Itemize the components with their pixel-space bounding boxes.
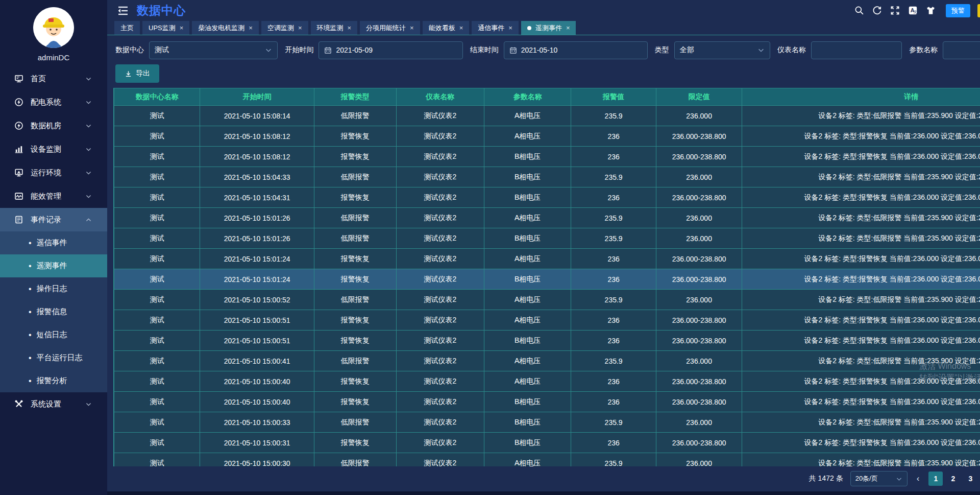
tab-7[interactable]: 通信事件× xyxy=(472,21,519,35)
param-name-input[interactable] xyxy=(948,46,980,54)
tab-1[interactable]: UPS监测× xyxy=(142,21,189,35)
settings-icon xyxy=(14,399,23,409)
table-row-5[interactable]: 测试2021-05-10 15:01:26低限报警测试仪表2A相电压235.92… xyxy=(114,208,980,228)
sidebar-subitem-9[interactable]: 操作日志 xyxy=(0,277,107,300)
table-header-row: 数据中心名称开始时间报警类型仪表名称参数名称报警值限定值详情 xyxy=(114,88,980,106)
table-row-2[interactable]: 测试2021-05-10 15:08:12报警恢复测试仪表2B相电压236236… xyxy=(114,147,980,167)
table-cell: 236.000-238.800 xyxy=(656,126,742,147)
table-cell: 2021-05-10 15:00:33 xyxy=(200,412,314,433)
tab-4[interactable]: 环境监测× xyxy=(311,21,358,35)
table-cell: 测试 xyxy=(114,167,200,187)
tab-3[interactable]: 空调监测× xyxy=(261,21,308,35)
alarm-button-0[interactable]: 预警 xyxy=(946,4,970,17)
fullscreen-icon[interactable] xyxy=(890,6,900,15)
prev-page-button[interactable]: ‹ xyxy=(915,474,922,484)
tab-label: 主页 xyxy=(120,23,134,33)
search-icon[interactable] xyxy=(854,6,864,15)
chevron-down-icon xyxy=(85,401,92,408)
table-cell: 2021-05-10 15:01:26 xyxy=(200,228,314,249)
sidebar-item-5[interactable]: 能效管理 xyxy=(0,184,107,208)
table-cell: 设备2 标签: 类型:报警恢复 当前值:236.000 设定值:236.000-… xyxy=(742,433,980,453)
avatar[interactable] xyxy=(33,7,74,48)
table-row-0[interactable]: 测试2021-05-10 15:08:14低限报警测试仪表2A相电压235.92… xyxy=(114,106,980,126)
refresh-icon[interactable] xyxy=(872,6,882,15)
tab-close-icon[interactable]: × xyxy=(180,24,184,32)
table-cell: 设备2 标签: 类型:报警恢复 当前值:236.000 设定值:236.000-… xyxy=(742,331,980,351)
dc-select[interactable]: 测试 xyxy=(149,41,278,59)
tab-close-icon[interactable]: × xyxy=(298,24,302,32)
table-row-3[interactable]: 测试2021-05-10 15:04:33低限报警测试仪表2B相电压235.92… xyxy=(114,167,980,187)
table-row-12[interactable]: 测试2021-05-10 15:00:41低限报警测试仪表2A相电压235.92… xyxy=(114,351,980,371)
sidebar-subitem-11[interactable]: 短信日志 xyxy=(0,323,107,346)
dc-label: 数据中心 xyxy=(115,45,144,55)
sidebar-subitem-7[interactable]: 遥信事件 xyxy=(0,231,107,254)
table-row-16[interactable]: 测试2021-05-10 15:00:31报警恢复测试仪表2B相电压236236… xyxy=(114,433,980,453)
tab-2[interactable]: 柴油发电机监测× xyxy=(192,21,259,35)
collapse-menu-icon[interactable] xyxy=(117,6,129,16)
tab-8[interactable]: 遥测事件× xyxy=(521,21,576,35)
table-row-10[interactable]: 测试2021-05-10 15:00:51报警恢复测试仪表2A相电压236236… xyxy=(114,310,980,331)
table-cell: 设备2 标签: 类型:报警恢复 当前值:236.000 设定值:236.000-… xyxy=(742,371,980,392)
sidebar-item-14[interactable]: 系统设置 xyxy=(0,392,107,416)
tab-close-icon[interactable]: × xyxy=(410,24,414,32)
table-cell: 2021-05-10 15:01:24 xyxy=(200,249,314,269)
tab-6[interactable]: 能效看板× xyxy=(423,21,470,35)
meter-name-input[interactable] xyxy=(817,46,896,54)
table-cell: A相电压 xyxy=(484,310,571,331)
sidebar-subitem-12[interactable]: 平台运行日志 xyxy=(0,346,107,369)
table-cell: 设备2 标签: 类型:低限报警 当前值:235.900 设定值:236.000 xyxy=(742,290,980,310)
tab-0[interactable]: 主页 xyxy=(114,21,140,35)
theme-icon[interactable] xyxy=(926,6,936,15)
table-row-4[interactable]: 测试2021-05-10 15:04:31报警恢复测试仪表2B相电压236236… xyxy=(114,187,980,208)
translate-icon[interactable]: A文 xyxy=(908,6,918,15)
table-row-9[interactable]: 测试2021-05-10 15:00:52低限报警测试仪表2A相电压235.92… xyxy=(114,290,980,310)
table-row-17[interactable]: 测试2021-05-10 15:00:30低限报警测试仪表2A相电压235.92… xyxy=(114,453,980,467)
table-row-1[interactable]: 测试2021-05-10 15:08:12报警恢复测试仪表2A相电压236236… xyxy=(114,126,980,147)
table-row-13[interactable]: 测试2021-05-10 15:00:40报警恢复测试仪表2A相电压236236… xyxy=(114,371,980,392)
table-cell: B相电压 xyxy=(484,433,571,453)
sidebar-item-3[interactable]: 设备监测 xyxy=(0,137,107,161)
table-row-7[interactable]: 测试2021-05-10 15:01:24报警恢复测试仪表2A相电压236236… xyxy=(114,249,980,269)
table-row-6[interactable]: 测试2021-05-10 15:01:26低限报警测试仪表2B相电压235.92… xyxy=(114,228,980,249)
sidebar-item-2[interactable]: 数据机房 xyxy=(0,114,107,137)
alarm-button-1[interactable]: 一般99+ xyxy=(977,4,980,17)
table-row-15[interactable]: 测试2021-05-10 15:00:33低限报警测试仪表2B相电压235.92… xyxy=(114,412,980,433)
table-cell: 236.000 xyxy=(656,412,742,433)
page-button-2[interactable]: 2 xyxy=(946,472,960,486)
type-select[interactable]: 全部 xyxy=(674,41,770,59)
table-cell: 设备2 标签: 类型:报警恢复 当前值:236.000 设定值:236.000-… xyxy=(742,187,980,208)
table-row-14[interactable]: 测试2021-05-10 15:00:40报警恢复测试仪表2B相电压236236… xyxy=(114,392,980,412)
sidebar-subitem-8[interactable]: 遥测事件 xyxy=(0,254,107,277)
table-cell: B相电压 xyxy=(484,187,571,208)
table-cell: 236.000-238.800 xyxy=(656,269,742,290)
sidebar-item-0[interactable]: 首页 xyxy=(0,67,107,90)
start-date-input[interactable]: 2021-05-09 xyxy=(318,41,462,59)
sidebar-item-1[interactable]: 配电系统 xyxy=(0,90,107,114)
table-cell: 236.000-238.800 xyxy=(656,187,742,208)
tab-close-icon[interactable]: × xyxy=(508,24,512,32)
sidebar-subitem-13[interactable]: 报警分析 xyxy=(0,369,107,392)
sidebar-item-6[interactable]: 事件记录 xyxy=(0,208,107,231)
table-cell: 2021-05-10 15:04:31 xyxy=(200,187,314,208)
table-cell: 235.9 xyxy=(571,208,656,228)
tab-close-icon[interactable]: × xyxy=(566,24,570,32)
tab-close-icon[interactable]: × xyxy=(348,24,352,32)
tab-close-icon[interactable]: × xyxy=(249,24,253,32)
table-cell: B相电压 xyxy=(484,228,571,249)
table-cell: 236 xyxy=(571,249,656,269)
page-button-1[interactable]: 1 xyxy=(928,472,943,486)
tab-5[interactable]: 分项用能统计× xyxy=(360,21,420,35)
page-button-3[interactable]: 3 xyxy=(963,472,977,486)
table-cell: 236.000-238.800 xyxy=(656,392,742,412)
table-row-8[interactable]: 测试2021-05-10 15:01:24报警恢复测试仪表2B相电压236236… xyxy=(114,269,980,290)
tab-close-icon[interactable]: × xyxy=(459,24,463,32)
sidebar-subitem-10[interactable]: 报警信息 xyxy=(0,300,107,323)
table-row-11[interactable]: 测试2021-05-10 15:00:51报警恢复测试仪表2B相电压236236… xyxy=(114,331,980,351)
sidebar-item-4[interactable]: 运行环境 xyxy=(0,161,107,184)
sidebar-subitem-label: 短信日志 xyxy=(37,330,67,340)
export-button[interactable]: 导出 xyxy=(115,64,159,83)
end-date-input[interactable]: 2021-05-10 xyxy=(504,41,648,59)
meter-name-field xyxy=(811,41,902,59)
page-size-select[interactable]: 20条/页 xyxy=(850,471,908,486)
table-cell: 测试仪表2 xyxy=(396,269,484,290)
